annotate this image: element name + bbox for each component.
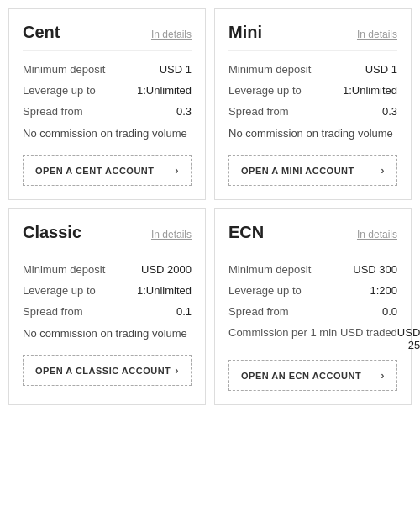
card-link-ecn[interactable]: In details [357,229,397,240]
row-label-mini-1: Leverage up to [228,84,302,97]
button-label-ecn: OPEN AN ECN ACCOUNT [241,371,361,381]
row-value-ecn-3: USD 25 [397,326,420,351]
open-account-button-ecn[interactable]: OPEN AN ECN ACCOUNT› [228,360,397,391]
card-title-ecn: ECN [228,223,264,242]
card-row-mini-1: Leverage up to1:Unlimited [228,84,397,97]
card-note-classic: No commission on trading volume [23,326,192,341]
row-value-classic-0: USD 2000 [141,263,192,276]
card-note-mini: No commission on trading volume [228,126,397,141]
row-label-ecn-2: Spread from [228,305,289,318]
row-label-cent-1: Leverage up to [23,84,96,97]
card-header-ecn: ECNIn details [228,223,397,251]
row-value-cent-1: 1:Unlimited [137,84,192,97]
row-label-ecn-1: Leverage up to [228,284,302,297]
card-mini: MiniIn detailsMinimum depositUSD 1Levera… [214,8,412,200]
card-title-mini: Mini [228,23,262,42]
arrow-icon-ecn: › [381,369,385,382]
row-value-ecn-2: 0.0 [382,305,397,318]
row-label-classic-0: Minimum deposit [23,263,105,276]
card-title-cent: Cent [23,23,60,42]
row-label-cent-2: Spread from [23,105,83,118]
row-label-cent-0: Minimum deposit [23,63,105,76]
card-row-cent-1: Leverage up to1:Unlimited [23,84,192,97]
row-value-mini-2: 0.3 [382,105,397,118]
button-label-classic: OPEN A CLASSIC ACCOUNT [35,366,171,376]
button-label-mini: OPEN A MINI ACCOUNT [241,166,354,176]
card-link-cent[interactable]: In details [151,29,192,40]
card-header-mini: MiniIn details [228,23,397,51]
card-row-mini-2: Spread from0.3 [228,105,397,118]
row-value-cent-2: 0.3 [176,105,192,118]
card-header-classic: ClassicIn details [23,223,192,251]
card-link-classic[interactable]: In details [151,229,192,240]
card-row-ecn-0: Minimum depositUSD 300 [228,263,397,276]
row-label-classic-1: Leverage up to [23,284,96,297]
row-value-classic-2: 0.1 [176,305,192,318]
card-note-cent: No commission on trading volume [23,126,192,141]
row-label-classic-2: Spread from [23,305,83,318]
row-value-mini-1: 1:Unlimited [343,84,397,97]
arrow-icon-cent: › [175,164,179,177]
row-label-mini-2: Spread from [228,105,289,118]
card-row-cent-2: Spread from0.3 [23,105,192,118]
card-classic: ClassicIn detailsMinimum depositUSD 2000… [8,208,206,405]
button-label-cent: OPEN A CENT ACCOUNT [35,166,155,176]
row-value-ecn-0: USD 300 [353,263,397,276]
row-label-ecn-3: Commission per 1 mln USD traded [228,326,397,339]
card-row-classic-0: Minimum depositUSD 2000 [23,263,192,276]
card-link-mini[interactable]: In details [357,29,397,40]
card-title-classic: Classic [23,223,81,242]
arrow-icon-classic: › [175,364,179,377]
card-ecn: ECNIn detailsMinimum depositUSD 300Lever… [214,208,412,405]
accounts-grid: CentIn detailsMinimum depositUSD 1Levera… [8,8,412,405]
card-header-cent: CentIn details [23,23,192,51]
open-account-button-classic[interactable]: OPEN A CLASSIC ACCOUNT› [23,355,192,386]
row-value-ecn-1: 1:200 [370,284,397,297]
card-row-ecn-1: Leverage up to1:200 [228,284,397,297]
card-row-ecn-2: Spread from0.0 [228,305,397,318]
row-label-ecn-0: Minimum deposit [228,263,311,276]
card-row-cent-0: Minimum depositUSD 1 [23,63,192,76]
row-value-classic-1: 1:Unlimited [137,284,192,297]
arrow-icon-mini: › [381,164,385,177]
row-value-mini-0: USD 1 [365,63,397,76]
row-label-mini-0: Minimum deposit [228,63,311,76]
open-account-button-cent[interactable]: OPEN A CENT ACCOUNT› [23,155,192,186]
row-value-cent-0: USD 1 [160,63,192,76]
card-row-classic-1: Leverage up to1:Unlimited [23,284,192,297]
card-cent: CentIn detailsMinimum depositUSD 1Levera… [8,8,206,200]
open-account-button-mini[interactable]: OPEN A MINI ACCOUNT› [228,155,397,186]
card-row-classic-2: Spread from0.1 [23,305,192,318]
card-row-ecn-3: Commission per 1 mln USD tradedUSD 25 [228,326,397,351]
card-row-mini-0: Minimum depositUSD 1 [228,63,397,76]
